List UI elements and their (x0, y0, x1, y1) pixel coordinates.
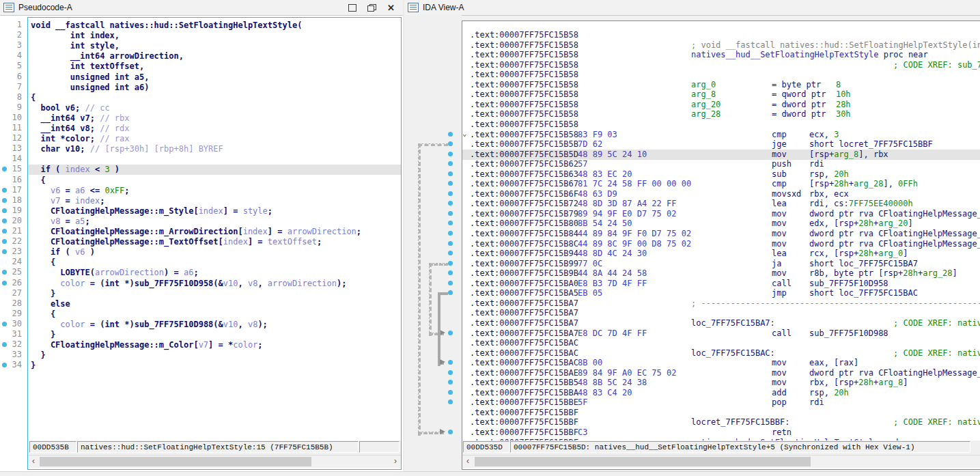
pseudocode-code-area[interactable]: void __fastcall natives::hud::SetFloatin… (28, 18, 401, 440)
disasm-row[interactable]: .text:00007FF75FC15B6257pushrdi (462, 159, 980, 169)
disasm-address: .text:00007FF75FC15BA7 (470, 328, 578, 339)
pseudocode-line[interactable]: color = (int *)sub_7FF75F10D958(&v10, v8… (28, 279, 401, 289)
disasm-row[interactable]: .text:00007FF75FC15B58arg_0= byte ptr 8 (462, 80, 980, 90)
disasm-row[interactable]: .text:00007FF75FC15B58arg_20= dword ptr … (462, 100, 980, 110)
disasm-listing[interactable]: .text:00007FF75FC15B58.text:00007FF75FC1… (462, 21, 980, 440)
segment-name: .text: (470, 358, 499, 367)
pseudocode-line[interactable]: void __fastcall natives::hud::SetFloatin… (28, 20, 401, 31)
disasm-row[interactable]: .text:00007FF75FC15BAE89 84 9F A0 EC 75 … (462, 368, 980, 378)
pseudocode-line[interactable]: __int64 arrowDirection, (28, 51, 401, 61)
scroll-left-icon[interactable]: ‹ (28, 456, 39, 468)
instruction-dot (448, 191, 453, 196)
disasm-row[interactable]: .text:00007FF75FC15BA0E8 B3 7D 4F FFcall… (462, 279, 980, 289)
disasm-row[interactable]: .text:00007FF75FC15BBFlocret_7FF75FC15BB… (462, 417, 980, 428)
disasm-row[interactable]: .text:00007FF75FC15B58arg_28= dword ptr … (462, 109, 980, 120)
ida-view-hscroll-thumb[interactable] (475, 457, 811, 466)
pseudocode-hscrollbar[interactable]: ‹ › (28, 455, 401, 468)
pseudocode-line[interactable]: unsigned int a6) (28, 83, 401, 93)
disasm-row[interactable]: .text:00007FF75FC15B808B 54 24 50movedx,… (462, 219, 980, 229)
disasm-row[interactable]: .text:00007FF75FC15BA5EB 05jmpshort loc_… (462, 288, 980, 298)
disasm-row[interactable]: .text:00007FF75FC15BA7E8 DC 7D 4F FFcall… (462, 328, 980, 339)
pseudocode-line[interactable]: int style, (28, 41, 401, 51)
disasm-row[interactable]: .text:00007FF75FC15BACloc_7FF75FC15BAC:;… (462, 348, 980, 359)
disasm-row[interactable]: .text:00007FF75FC15B6F48 63 D9movsxdrbx,… (462, 189, 980, 199)
disasm-row[interactable]: .text:00007FF75FC15B5D48 89 5C 24 10mov[… (462, 150, 980, 160)
pseudocode-line[interactable]: CFloatingHelpMessage::m_TextOffset[index… (28, 237, 401, 247)
pseudocode-line[interactable]: char v10; // [rsp+30h] [rbp+8h] BYREF (28, 144, 401, 154)
disasm-row[interactable]: .text:00007FF75FC15B9B44 8A 44 24 58movr… (462, 268, 980, 279)
disasm-row[interactable]: .text:00007FF75FC15B5B7D 62jgeshort locr… (462, 139, 980, 150)
disasm-row[interactable]: .text:00007FF75FC15B58natives__hud__SetF… (462, 50, 980, 60)
pseudocode-line[interactable]: int textOffset, (28, 61, 401, 72)
pseudocode-line[interactable]: { (28, 309, 401, 320)
disasm-row[interactable]: .text:00007FF75FC15BBF (462, 408, 980, 418)
disasm-row[interactable]: .text:00007FF75FC15B9448 8D 4C 24 30lear… (462, 249, 980, 259)
pseudocode-titlebar[interactable]: Pseudocode-A ✕ (0, 0, 403, 16)
disasm-row[interactable]: .text:00007FF75FC15B58 (462, 30, 980, 40)
pseudocode-hscroll-thumb[interactable] (40, 457, 311, 466)
disasm-row[interactable]: .text:00007FF75FC15BB548 8B 5C 24 38movr… (462, 378, 980, 388)
line-number: 1 (0, 20, 22, 30)
pseudocode-line[interactable]: if ( index < 3 ) (28, 165, 401, 175)
disasm-row[interactable]: .text:00007FF75FC15B58 (462, 70, 980, 80)
disasm-row[interactable]: .text:00007FF75FC15BAC8B 00moveax, [rax] (462, 358, 980, 368)
disasm-row[interactable]: .text:00007FF75FC15BA7 (462, 308, 980, 318)
pseudocode-line[interactable]: if ( v6 ) (28, 247, 401, 257)
pseudocode-line[interactable]: else (28, 299, 401, 309)
pseudocode-line[interactable]: { (28, 176, 401, 186)
disasm-row[interactable]: .text:00007FF75FC15B9977 0Cjashort loc_7… (462, 259, 980, 269)
disasm-row[interactable]: .text:00007FF75FC15B8C44 89 8C 9F 00 D8 … (462, 239, 980, 249)
pseudocode-line[interactable]: bool v6; // cc (28, 103, 401, 113)
segment-name: .text: (470, 60, 499, 70)
pseudocode-line[interactable]: int *color; // rax (28, 134, 401, 144)
disasm-row[interactable]: .text:00007FF75FC15B8444 89 84 9F F0 D7 … (462, 229, 980, 239)
pseudocode-line[interactable]: int index, (28, 31, 401, 41)
disasm-address: .text:00007FF75FC15B58 (470, 60, 578, 70)
pseudocode-line[interactable]: { (28, 93, 401, 103)
collapse-chevron-icon[interactable]: ⌄ (462, 128, 467, 139)
pseudocode-line[interactable] (28, 154, 401, 165)
pseudocode-line[interactable]: unsigned int a5, (28, 72, 401, 83)
pseudocode-line[interactable]: } (28, 350, 401, 361)
breakpoint-dot (2, 188, 7, 193)
maximize-button[interactable] (348, 4, 356, 12)
address-hex: 00007FF75FC15B58 (499, 80, 578, 89)
pseudocode-line[interactable]: } (28, 330, 401, 340)
pseudocode-line[interactable]: CFloatingHelpMessage::m_Style[index] = s… (28, 206, 401, 216)
pseudocode-line[interactable]: color = (int *)sub_7FF75F10D988(&v10, v8… (28, 320, 401, 330)
disasm-row[interactable]: .text:00007FF75FC15BBFC3retn (462, 428, 980, 438)
float-button[interactable] (367, 4, 376, 12)
disasm-row[interactable]: .text:00007FF75FC15BA7loc_7FF75FC15BA7:;… (462, 318, 980, 328)
disasm-row[interactable]: .text:00007FF75FC15B58arg_8= qword ptr 1… (462, 89, 980, 100)
pseudocode-line[interactable]: __int64 v8; // rdx (28, 124, 401, 134)
disasm-row[interactable]: .text:00007FF75FC15BAC (462, 338, 980, 348)
ida-view-titlebar[interactable]: IDA View-A (404, 0, 980, 16)
disasm-row[interactable]: .text:00007FF75FC15BBE5Fpoprdi (462, 397, 980, 408)
disasm-row[interactable]: .text:00007FF75FC15B58 (462, 120, 980, 130)
close-icon[interactable]: ✕ (387, 3, 395, 12)
pseudocode-line[interactable]: v8 = a5; (28, 216, 401, 227)
scroll-left-icon[interactable]: ‹ (462, 456, 473, 468)
disasm-row[interactable]: .text:00007FF75FC15B58; CODE XREF: sub_7… (462, 60, 980, 70)
disasm-address: .text:00007FF75FC15BBF (470, 417, 578, 428)
pseudocode-line[interactable]: __int64 v7; // rbx (28, 113, 401, 124)
disasm-row[interactable]: .text:00007FF75FC15BBA48 83 C4 20addrsp,… (462, 388, 980, 398)
disasm-row[interactable]: .text:00007FF75FC15BA7; ----------------… (462, 298, 980, 309)
disasm-row[interactable]: ⌄.text:00007FF75FC15B5883 F9 03cmpecx, 3 (462, 130, 980, 140)
pseudocode-line[interactable]: v6 = a6 <= 0xFF; (28, 186, 401, 196)
pseudocode-line[interactable]: v7 = index; (28, 196, 401, 206)
ida-view-hscrollbar[interactable]: ‹ (462, 455, 980, 468)
pseudocode-line[interactable]: } (28, 289, 401, 299)
disasm-row[interactable]: .text:00007FF75FC15B6348 83 EC 20subrsp,… (462, 169, 980, 180)
pseudocode-line[interactable]: LOBYTE(arrowDirection) = a6; (28, 268, 401, 278)
disasm-row[interactable]: .text:00007FF75FC15B6781 7C 24 58 FF 00 … (462, 179, 980, 189)
disasm-row[interactable]: .text:00007FF75FC15B7989 94 9F E0 D7 75 … (462, 209, 980, 219)
disasm-address: .text:00007FF75FC15B5D (470, 150, 578, 160)
pseudocode-line[interactable]: { (28, 257, 401, 268)
disasm-row[interactable]: .text:00007FF75FC15B7248 8D 3D 87 A4 22 … (462, 199, 980, 209)
pseudocode-line[interactable]: CFloatingHelpMessage::m_ArrowDirection[i… (28, 227, 401, 237)
scroll-right-icon[interactable]: › (390, 456, 401, 468)
pseudocode-line[interactable]: } (28, 361, 401, 371)
disasm-row[interactable]: .text:00007FF75FC15B58; void __fastcall … (462, 40, 980, 51)
pseudocode-line[interactable]: CFloatingHelpMessage::m_Color[v7] = *col… (28, 340, 401, 350)
